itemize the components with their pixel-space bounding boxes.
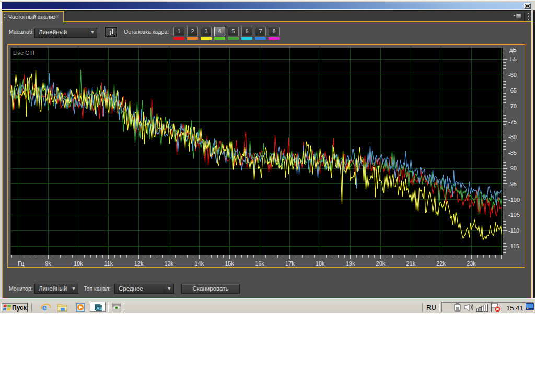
svg-text:дБ: дБ [509, 47, 517, 53]
svg-text:-100: -100 [508, 197, 520, 203]
svg-text:-70: -70 [508, 103, 517, 109]
svg-text:9k: 9k [45, 260, 51, 267]
svg-text:18k: 18k [316, 260, 325, 267]
svg-text:-60: -60 [508, 72, 517, 78]
svg-text:16k: 16k [255, 260, 264, 267]
svg-text:Au: Au [96, 306, 102, 311]
svg-text:-80: -80 [508, 134, 517, 140]
svg-text:-65: -65 [508, 87, 517, 94]
svg-text:13k: 13k [165, 260, 174, 267]
svg-text:17k: 17k [285, 260, 295, 267]
svg-text:-75: -75 [508, 119, 517, 125]
svg-text:-110: -110 [508, 227, 519, 234]
svg-text:19k: 19k [346, 260, 355, 267]
svg-text:22k: 22k [436, 260, 446, 267]
svg-text:14k: 14k [194, 260, 204, 267]
svg-text:23k: 23k [467, 260, 476, 267]
svg-text:-55: -55 [508, 56, 517, 62]
svg-text:11k: 11k [104, 260, 113, 267]
svg-text:Гц: Гц [18, 260, 25, 267]
svg-text:-90: -90 [508, 165, 517, 171]
svg-text:-115: -115 [508, 243, 519, 249]
svg-text:-85: -85 [508, 149, 517, 156]
svg-text:21k: 21k [406, 260, 415, 267]
svg-text:10k: 10k [74, 260, 83, 267]
svg-text:20k: 20k [376, 260, 386, 267]
svg-text:12k: 12k [134, 260, 144, 267]
svg-text:Live CTI: Live CTI [13, 50, 34, 56]
svg-text:15k: 15k [225, 260, 234, 267]
svg-text:-105: -105 [508, 212, 520, 218]
svg-text:-95: -95 [508, 181, 517, 187]
